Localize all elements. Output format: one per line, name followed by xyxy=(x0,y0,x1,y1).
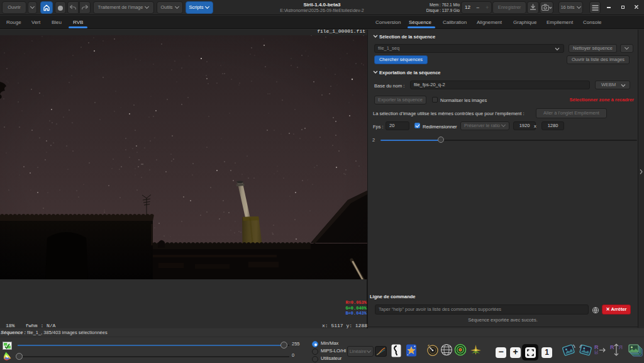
svg-text:R: R xyxy=(594,349,599,355)
svg-text:R: R xyxy=(610,344,614,350)
svg-text:R: R xyxy=(618,344,623,350)
